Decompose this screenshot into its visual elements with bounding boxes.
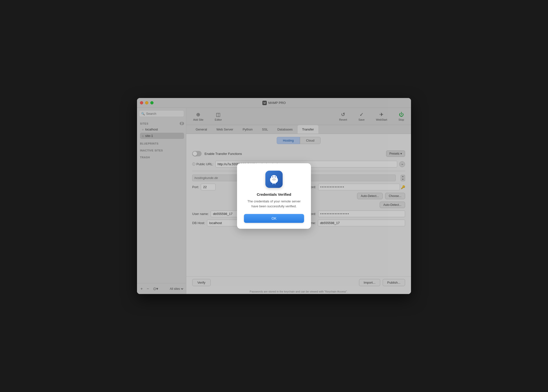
app-window: M MAMP PRO 🔍 SITES 2 ○ localhost	[137, 98, 411, 294]
content-area: ⊕ Add Site ◫ Editor ↺ Revert ✓ Save ✈	[186, 108, 411, 294]
modal-overlay: Credentials Verified The credentials of …	[186, 108, 411, 294]
svg-point-8	[273, 177, 273, 177]
credentials-modal: Credentials Verified The credentials of …	[237, 163, 311, 229]
modal-ok-button[interactable]: OK	[244, 214, 304, 223]
modal-app-icon	[265, 171, 283, 188]
mamp-elephant-icon	[268, 173, 280, 185]
svg-point-10	[272, 178, 276, 181]
main-layout: 🔍 SITES 2 ○ localhost ⌂ site-1	[137, 108, 411, 294]
modal-message: The credentials of your remote server ha…	[244, 199, 304, 209]
modal-title: Credentials Verified	[257, 192, 291, 196]
svg-point-9	[275, 177, 275, 177]
